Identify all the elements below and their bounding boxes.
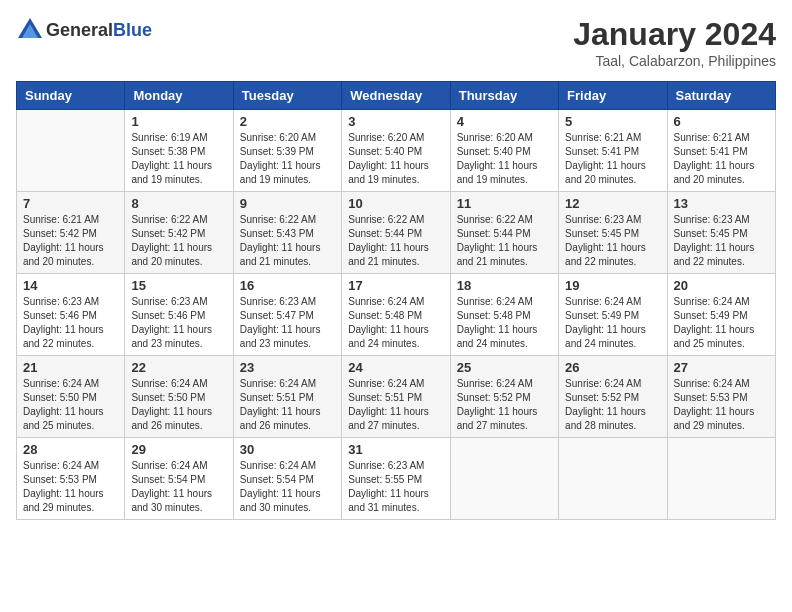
day-number: 12	[565, 196, 660, 211]
page-header: GeneralBlue January 2024 Taal, Calabarzo…	[16, 16, 776, 69]
calendar-cell: 26Sunrise: 6:24 AM Sunset: 5:52 PM Dayli…	[559, 356, 667, 438]
calendar-cell: 27Sunrise: 6:24 AM Sunset: 5:53 PM Dayli…	[667, 356, 775, 438]
column-header-sunday: Sunday	[17, 82, 125, 110]
day-info: Sunrise: 6:22 AM Sunset: 5:44 PM Dayligh…	[348, 213, 443, 269]
day-info: Sunrise: 6:21 AM Sunset: 5:41 PM Dayligh…	[674, 131, 769, 187]
calendar-cell	[559, 438, 667, 520]
calendar-cell: 13Sunrise: 6:23 AM Sunset: 5:45 PM Dayli…	[667, 192, 775, 274]
calendar-cell: 4Sunrise: 6:20 AM Sunset: 5:40 PM Daylig…	[450, 110, 558, 192]
column-header-thursday: Thursday	[450, 82, 558, 110]
day-number: 31	[348, 442, 443, 457]
day-info: Sunrise: 6:24 AM Sunset: 5:51 PM Dayligh…	[348, 377, 443, 433]
calendar-cell	[450, 438, 558, 520]
calendar-cell: 11Sunrise: 6:22 AM Sunset: 5:44 PM Dayli…	[450, 192, 558, 274]
day-info: Sunrise: 6:23 AM Sunset: 5:55 PM Dayligh…	[348, 459, 443, 515]
day-info: Sunrise: 6:19 AM Sunset: 5:38 PM Dayligh…	[131, 131, 226, 187]
calendar-cell: 22Sunrise: 6:24 AM Sunset: 5:50 PM Dayli…	[125, 356, 233, 438]
day-info: Sunrise: 6:22 AM Sunset: 5:44 PM Dayligh…	[457, 213, 552, 269]
calendar-cell: 23Sunrise: 6:24 AM Sunset: 5:51 PM Dayli…	[233, 356, 341, 438]
column-header-monday: Monday	[125, 82, 233, 110]
day-info: Sunrise: 6:23 AM Sunset: 5:45 PM Dayligh…	[674, 213, 769, 269]
day-number: 10	[348, 196, 443, 211]
calendar-cell: 8Sunrise: 6:22 AM Sunset: 5:42 PM Daylig…	[125, 192, 233, 274]
day-info: Sunrise: 6:24 AM Sunset: 5:49 PM Dayligh…	[565, 295, 660, 351]
day-number: 26	[565, 360, 660, 375]
day-info: Sunrise: 6:22 AM Sunset: 5:42 PM Dayligh…	[131, 213, 226, 269]
day-info: Sunrise: 6:24 AM Sunset: 5:50 PM Dayligh…	[23, 377, 118, 433]
calendar-cell: 24Sunrise: 6:24 AM Sunset: 5:51 PM Dayli…	[342, 356, 450, 438]
calendar-cell: 2Sunrise: 6:20 AM Sunset: 5:39 PM Daylig…	[233, 110, 341, 192]
day-info: Sunrise: 6:20 AM Sunset: 5:40 PM Dayligh…	[457, 131, 552, 187]
calendar-cell: 7Sunrise: 6:21 AM Sunset: 5:42 PM Daylig…	[17, 192, 125, 274]
day-info: Sunrise: 6:24 AM Sunset: 5:54 PM Dayligh…	[131, 459, 226, 515]
calendar-cell: 3Sunrise: 6:20 AM Sunset: 5:40 PM Daylig…	[342, 110, 450, 192]
logo: GeneralBlue	[16, 16, 152, 44]
day-number: 8	[131, 196, 226, 211]
day-info: Sunrise: 6:24 AM Sunset: 5:53 PM Dayligh…	[23, 459, 118, 515]
logo-text-general: General	[46, 20, 113, 40]
day-info: Sunrise: 6:22 AM Sunset: 5:43 PM Dayligh…	[240, 213, 335, 269]
title-area: January 2024 Taal, Calabarzon, Philippin…	[573, 16, 776, 69]
day-number: 27	[674, 360, 769, 375]
day-number: 2	[240, 114, 335, 129]
calendar-week-row: 1Sunrise: 6:19 AM Sunset: 5:38 PM Daylig…	[17, 110, 776, 192]
calendar-cell: 29Sunrise: 6:24 AM Sunset: 5:54 PM Dayli…	[125, 438, 233, 520]
day-number: 7	[23, 196, 118, 211]
location-title: Taal, Calabarzon, Philippines	[573, 53, 776, 69]
day-number: 25	[457, 360, 552, 375]
calendar-cell: 10Sunrise: 6:22 AM Sunset: 5:44 PM Dayli…	[342, 192, 450, 274]
column-header-saturday: Saturday	[667, 82, 775, 110]
calendar-cell: 17Sunrise: 6:24 AM Sunset: 5:48 PM Dayli…	[342, 274, 450, 356]
day-info: Sunrise: 6:20 AM Sunset: 5:39 PM Dayligh…	[240, 131, 335, 187]
logo-icon	[16, 16, 44, 44]
day-number: 19	[565, 278, 660, 293]
day-info: Sunrise: 6:24 AM Sunset: 5:51 PM Dayligh…	[240, 377, 335, 433]
day-number: 18	[457, 278, 552, 293]
day-info: Sunrise: 6:21 AM Sunset: 5:41 PM Dayligh…	[565, 131, 660, 187]
calendar-cell: 30Sunrise: 6:24 AM Sunset: 5:54 PM Dayli…	[233, 438, 341, 520]
calendar-week-row: 28Sunrise: 6:24 AM Sunset: 5:53 PM Dayli…	[17, 438, 776, 520]
column-header-tuesday: Tuesday	[233, 82, 341, 110]
day-info: Sunrise: 6:24 AM Sunset: 5:52 PM Dayligh…	[457, 377, 552, 433]
calendar-cell: 31Sunrise: 6:23 AM Sunset: 5:55 PM Dayli…	[342, 438, 450, 520]
calendar-cell: 20Sunrise: 6:24 AM Sunset: 5:49 PM Dayli…	[667, 274, 775, 356]
day-info: Sunrise: 6:24 AM Sunset: 5:50 PM Dayligh…	[131, 377, 226, 433]
calendar-cell: 15Sunrise: 6:23 AM Sunset: 5:46 PM Dayli…	[125, 274, 233, 356]
day-number: 14	[23, 278, 118, 293]
day-number: 17	[348, 278, 443, 293]
calendar-cell: 18Sunrise: 6:24 AM Sunset: 5:48 PM Dayli…	[450, 274, 558, 356]
day-number: 3	[348, 114, 443, 129]
day-info: Sunrise: 6:24 AM Sunset: 5:48 PM Dayligh…	[348, 295, 443, 351]
day-number: 11	[457, 196, 552, 211]
calendar-cell: 28Sunrise: 6:24 AM Sunset: 5:53 PM Dayli…	[17, 438, 125, 520]
day-info: Sunrise: 6:24 AM Sunset: 5:54 PM Dayligh…	[240, 459, 335, 515]
calendar-cell: 6Sunrise: 6:21 AM Sunset: 5:41 PM Daylig…	[667, 110, 775, 192]
day-info: Sunrise: 6:24 AM Sunset: 5:52 PM Dayligh…	[565, 377, 660, 433]
day-info: Sunrise: 6:24 AM Sunset: 5:49 PM Dayligh…	[674, 295, 769, 351]
day-number: 15	[131, 278, 226, 293]
calendar-week-row: 14Sunrise: 6:23 AM Sunset: 5:46 PM Dayli…	[17, 274, 776, 356]
day-number: 13	[674, 196, 769, 211]
day-info: Sunrise: 6:23 AM Sunset: 5:47 PM Dayligh…	[240, 295, 335, 351]
day-info: Sunrise: 6:24 AM Sunset: 5:48 PM Dayligh…	[457, 295, 552, 351]
calendar-cell: 1Sunrise: 6:19 AM Sunset: 5:38 PM Daylig…	[125, 110, 233, 192]
day-info: Sunrise: 6:23 AM Sunset: 5:46 PM Dayligh…	[23, 295, 118, 351]
day-number: 4	[457, 114, 552, 129]
day-info: Sunrise: 6:23 AM Sunset: 5:46 PM Dayligh…	[131, 295, 226, 351]
calendar-cell	[17, 110, 125, 192]
day-number: 1	[131, 114, 226, 129]
calendar-week-row: 21Sunrise: 6:24 AM Sunset: 5:50 PM Dayli…	[17, 356, 776, 438]
day-number: 21	[23, 360, 118, 375]
day-info: Sunrise: 6:21 AM Sunset: 5:42 PM Dayligh…	[23, 213, 118, 269]
day-number: 5	[565, 114, 660, 129]
calendar-cell: 21Sunrise: 6:24 AM Sunset: 5:50 PM Dayli…	[17, 356, 125, 438]
day-number: 29	[131, 442, 226, 457]
day-info: Sunrise: 6:23 AM Sunset: 5:45 PM Dayligh…	[565, 213, 660, 269]
day-number: 23	[240, 360, 335, 375]
column-header-friday: Friday	[559, 82, 667, 110]
day-info: Sunrise: 6:20 AM Sunset: 5:40 PM Dayligh…	[348, 131, 443, 187]
day-number: 20	[674, 278, 769, 293]
calendar-table: SundayMondayTuesdayWednesdayThursdayFrid…	[16, 81, 776, 520]
calendar-cell	[667, 438, 775, 520]
column-header-wednesday: Wednesday	[342, 82, 450, 110]
